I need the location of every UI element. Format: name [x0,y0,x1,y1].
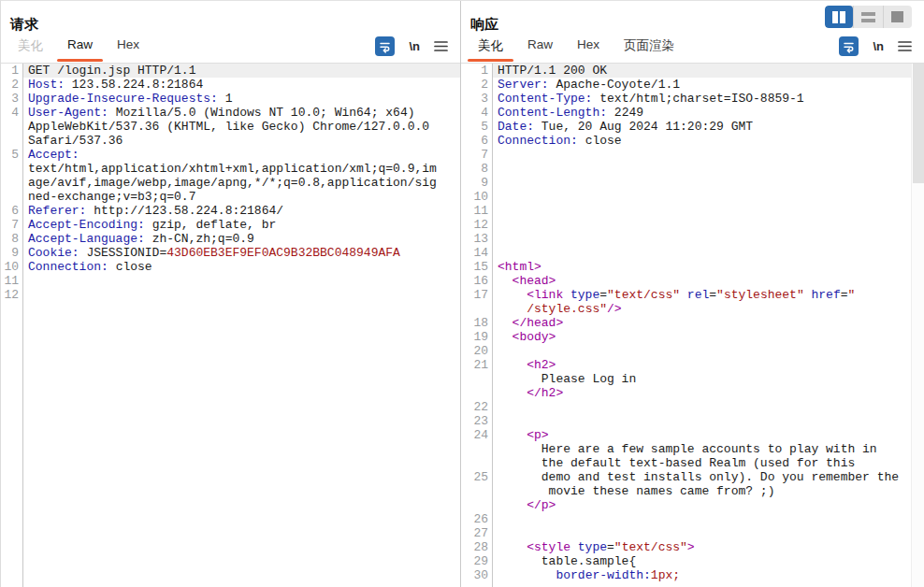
line-text [492,162,924,176]
line-number: 22 [461,400,492,414]
code-line[interactable]: 7Accept-Encoding: gzip, deflate, br [1,218,460,232]
request-tab-raw[interactable]: Raw [55,37,105,63]
response-tab-beautify[interactable]: 美化 [466,37,515,63]
code-line[interactable]: text/html,application/xhtml+xml,applicat… [1,162,460,176]
code-line[interactable]: 29 table.sample{ [461,554,924,568]
layout-split-vertical-button[interactable] [825,6,853,28]
tab-label: Raw [67,37,93,51]
code-line[interactable]: 23 [461,414,924,428]
line-number: 19 [461,330,492,344]
code-line[interactable]: 6Referer: http://123.58.224.8:21864/ [1,204,460,218]
code-line[interactable]: Here are a few sample accounts to play w… [461,442,924,456]
response-tab-raw[interactable]: Raw [515,37,565,63]
code-line[interactable]: 28 <style type="text/css"> [461,540,924,554]
code-line[interactable]: 4User-Agent: Mozilla/5.0 (Windows NT 10.… [1,106,460,120]
menu-icon[interactable] [898,40,912,52]
code-line[interactable]: 12 [461,218,924,232]
response-tab-render[interactable]: 页面渲染 [612,37,686,63]
tab-label: 美化 [478,38,503,52]
code-line[interactable]: 13 [461,232,924,246]
code-line[interactable]: 8Accept-Language: zh-CN,zh;q=0.9 [1,232,460,246]
code-line[interactable]: 5Date: Tue, 20 Aug 2024 11:20:29 GMT [461,120,924,134]
code-line[interactable]: 3Upgrade-Insecure-Requests: 1 [1,92,460,106]
code-line[interactable]: 15<html> [461,260,924,274]
line-text: ned-exchange;v=b3;q=0.7 [22,190,460,204]
response-toolbar: \n [839,36,912,56]
code-line[interactable]: 2Server: Apache-Coyote/1.1 [461,78,924,92]
code-line[interactable]: 27 [461,526,924,540]
line-text [492,400,924,414]
code-line[interactable]: 5Accept: [1,148,460,162]
line-number: 24 [461,428,492,442]
line-number: 30 [461,568,492,582]
code-line[interactable]: 4Content-Length: 2249 [461,106,924,120]
code-line[interactable]: 14 [461,246,924,260]
code-line[interactable]: ned-exchange;v=b3;q=0.7 [1,190,460,204]
line-number: 1 [1,64,22,78]
code-line[interactable]: 20 [461,344,924,358]
response-tab-hex[interactable]: Hex [565,37,612,63]
code-line[interactable]: </p> [461,498,924,512]
newline-toggle[interactable]: \n [873,39,884,53]
code-line[interactable]: age/avif,image/webp,image/apng,*/*;q=0.8… [1,176,460,190]
code-line[interactable]: 26 [461,512,924,526]
response-scrollbar[interactable] [911,64,924,587]
line-text: movie these names came from? ;) [492,484,924,498]
code-line[interactable]: 11 [1,274,460,288]
line-number: 2 [1,78,22,92]
menu-icon[interactable] [434,40,448,52]
line-text: <link type="text/css" rel="stylesheet" h… [492,288,924,302]
scrollbar-thumb[interactable] [913,64,924,183]
line-text: Content-Type: text/html;charset=ISO-8859… [492,92,924,106]
code-line[interactable]: 10 [461,190,924,204]
code-line[interactable]: 24 <p> [461,428,924,442]
code-line[interactable]: 7 [461,148,924,162]
code-line[interactable]: 21 <h2> [461,358,924,372]
line-number: 28 [461,540,492,554]
code-line[interactable]: AppleWebKit/537.36 (KHTML, like Gecko) C… [1,120,460,134]
code-line[interactable]: Please Log in [461,372,924,386]
response-editor[interactable]: 1HTTP/1.1 200 OK2Server: Apache-Coyote/1… [461,64,924,587]
code-line[interactable]: 12 [1,288,460,302]
code-line[interactable]: </h2> [461,386,924,400]
line-text [492,190,924,204]
code-line[interactable]: /style.css"/> [461,302,924,316]
code-line[interactable]: 1GET /login.jsp HTTP/1.1 [1,64,460,78]
request-editor[interactable]: 1GET /login.jsp HTTP/1.12Host: 123.58.22… [1,64,460,587]
line-number [461,498,492,512]
code-line[interactable]: 9 [461,176,924,190]
code-line[interactable]: the default text-based Realm (used for t… [461,456,924,470]
code-line[interactable]: 25 demo and test installs only). Do you … [461,470,924,484]
code-line[interactable]: 22 [461,400,924,414]
code-line[interactable]: movie these names came from? ;) [461,484,924,498]
wrap-lines-icon[interactable] [375,36,395,56]
newline-toggle[interactable]: \n [409,39,420,53]
line-text: GET /login.jsp HTTP/1.1 [22,64,460,78]
request-tab-beautify[interactable]: 美化 [6,37,55,63]
code-line[interactable]: 6Connection: close [461,134,924,148]
line-text: Here are a few sample accounts to play w… [492,442,924,456]
code-line[interactable]: 18 </head> [461,316,924,330]
code-line[interactable]: 3Content-Type: text/html;charset=ISO-885… [461,92,924,106]
code-line[interactable]: 11 [461,204,924,218]
line-text: demo and test installs only). Do you rem… [492,470,924,484]
line-text [492,526,924,540]
line-number: 4 [1,106,22,120]
code-line[interactable]: 16 <head> [461,274,924,288]
code-line[interactable]: 19 <body> [461,330,924,344]
code-line[interactable]: 9Cookie: JSESSIONID=43D60EB3EF9EF0AC9B32… [1,246,460,260]
code-line[interactable]: 17 <link type="text/css" rel="stylesheet… [461,288,924,302]
wrap-lines-icon[interactable] [839,36,859,56]
code-line[interactable]: 30 border-width:1px; [461,568,924,582]
layout-split-horizontal-button[interactable] [853,6,882,28]
code-line[interactable]: 8 [461,162,924,176]
line-number: 3 [1,92,22,106]
code-line[interactable]: Safari/537.36 [1,134,460,148]
code-line[interactable]: 10Connection: close [1,260,460,274]
line-number [461,484,492,498]
code-line[interactable]: 1HTTP/1.1 200 OK [461,64,924,78]
request-tab-hex[interactable]: Hex [105,37,152,63]
layout-single-panel-button[interactable] [883,6,912,28]
line-text: HTTP/1.1 200 OK [492,64,924,78]
code-line[interactable]: 2Host: 123.58.224.8:21864 [1,78,460,92]
